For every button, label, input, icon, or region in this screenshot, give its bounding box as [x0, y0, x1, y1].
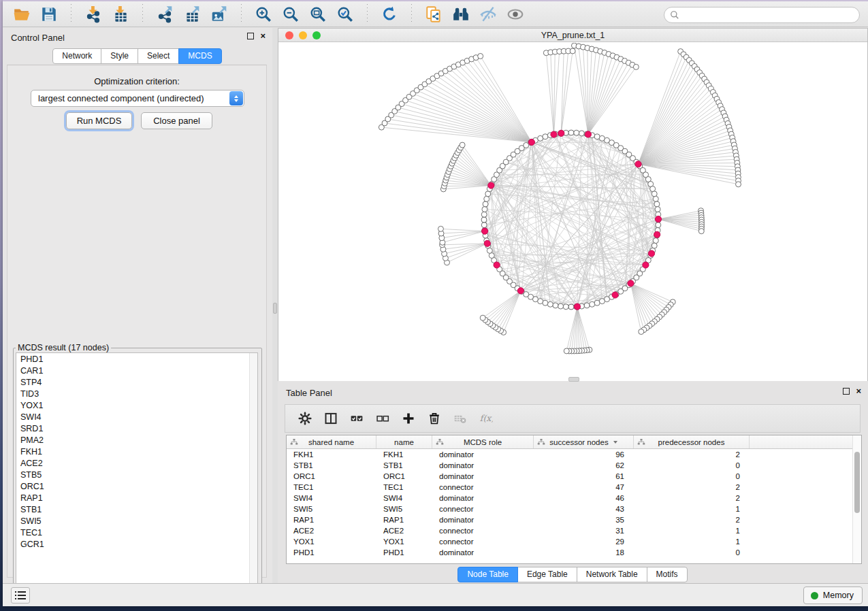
table-row-ace2[interactable]: ACE2ACE2connector311 — [287, 526, 853, 537]
run-mcds-button[interactable]: Run MCDS — [66, 112, 132, 129]
dominator-node[interactable] — [654, 231, 660, 237]
dominator-node[interactable] — [612, 292, 618, 298]
ring-node[interactable] — [543, 300, 548, 306]
float-table-panel-icon[interactable] — [843, 388, 850, 395]
dominator-node[interactable] — [558, 130, 564, 136]
open-file-button[interactable] — [8, 3, 35, 25]
ring-node[interactable] — [538, 135, 543, 141]
float-panel-icon[interactable] — [247, 33, 254, 39]
ring-node[interactable] — [485, 191, 491, 197]
table-row-tec1[interactable]: TEC1TEC1connector472 — [287, 482, 853, 493]
tab-edge-table[interactable]: Edge Table — [517, 567, 577, 582]
dominator-node[interactable] — [481, 228, 487, 234]
ring-node[interactable] — [655, 207, 660, 212]
ring-node[interactable] — [579, 131, 584, 136]
tab-network-table[interactable]: Network Table — [577, 567, 647, 582]
ring-node[interactable] — [654, 201, 660, 207]
leaf-node[interactable] — [438, 226, 443, 231]
column-header-successor-nodes[interactable]: successor nodes — [534, 435, 634, 448]
zoom-out-button[interactable] — [277, 3, 304, 25]
ring-node[interactable] — [574, 130, 579, 135]
select-all-button[interactable] — [344, 408, 370, 429]
mcds-result-item[interactable]: ORC1 — [16, 480, 257, 492]
ring-node[interactable] — [487, 248, 492, 253]
horizontal-splitter-handle[interactable] — [568, 377, 579, 382]
network-canvas[interactable] — [278, 43, 867, 381]
dominator-node[interactable] — [585, 131, 591, 137]
ring-node[interactable] — [653, 238, 658, 244]
ring-node[interactable] — [652, 243, 657, 248]
column-header-mcds-role[interactable]: MCDS role — [432, 435, 534, 448]
table-row-swi4[interactable]: SWI4SWI4dominator462 — [287, 493, 853, 504]
ring-node[interactable] — [553, 303, 558, 308]
mcds-result-item[interactable]: YOX1 — [16, 399, 257, 411]
mcds-result-item[interactable]: ACE2 — [16, 457, 257, 469]
table-row-orc1[interactable]: ORC1ORC1dominator610 — [287, 472, 853, 482]
mcds-result-item[interactable]: TID3 — [16, 388, 257, 399]
splitter-handle[interactable] — [273, 303, 277, 314]
dominator-node[interactable] — [484, 240, 490, 246]
search-network-button[interactable] — [447, 3, 475, 25]
refresh-button[interactable] — [376, 3, 403, 25]
ring-node[interactable] — [547, 301, 553, 307]
gear-button[interactable] — [292, 408, 318, 429]
mcds-result-item[interactable]: CAR1 — [16, 365, 257, 376]
mcds-result-item[interactable]: TEC1 — [16, 527, 257, 538]
tab-node-table[interactable]: Node Table — [457, 567, 518, 582]
leaf-node[interactable] — [639, 329, 644, 335]
table-row-rap1[interactable]: RAP1RAP1dominator352 — [287, 515, 853, 526]
ring-node[interactable] — [543, 134, 548, 139]
save-button[interactable] — [35, 3, 63, 25]
add-button[interactable] — [396, 408, 421, 429]
ring-node[interactable] — [590, 301, 595, 307]
copy-view-button[interactable] — [420, 3, 447, 25]
tab-network[interactable]: Network — [52, 48, 101, 64]
deselect-all-button[interactable] — [370, 408, 396, 429]
network-graph[interactable] — [278, 43, 867, 381]
ring-node[interactable] — [558, 303, 564, 309]
dominator-node[interactable] — [648, 250, 654, 257]
mcds-result-item[interactable]: SWI4 — [16, 411, 257, 423]
table-row-fkh1[interactable]: FKH1FKH1dominator962 — [287, 450, 853, 461]
leaf-node[interactable] — [570, 48, 575, 54]
table-row-phd1[interactable]: PHD1PHD1dominator180 — [287, 548, 853, 559]
dominator-node[interactable] — [517, 288, 524, 294]
dominator-node[interactable] — [528, 139, 534, 145]
tab-motifs[interactable]: Motifs — [647, 567, 688, 582]
leaf-node[interactable] — [478, 53, 483, 59]
mcds-result-item[interactable]: PHD1 — [16, 353, 257, 365]
ring-node[interactable] — [653, 196, 658, 201]
tab-style[interactable]: Style — [101, 48, 138, 64]
column-header-shared-name[interactable]: shared name — [287, 435, 376, 448]
dominator-node[interactable] — [551, 131, 557, 137]
column-header-name[interactable]: name — [376, 435, 432, 448]
ring-node[interactable] — [568, 130, 574, 135]
leaf-node[interactable] — [736, 182, 741, 187]
mcds-result-item[interactable]: PMA2 — [16, 434, 257, 446]
ring-node[interactable] — [484, 196, 489, 201]
ring-node[interactable] — [563, 304, 568, 310]
zoom-fit-button[interactable] — [304, 3, 332, 25]
leaf-node[interactable] — [564, 348, 569, 354]
mcds-result-item[interactable]: STB5 — [16, 469, 257, 480]
ring-node[interactable] — [482, 207, 487, 212]
mcds-result-item[interactable]: RAP1 — [16, 492, 257, 503]
search-input[interactable] — [679, 8, 859, 22]
mcds-list-scrollbar[interactable] — [249, 353, 257, 589]
split-panel-button[interactable] — [318, 408, 344, 429]
ring-node[interactable] — [481, 222, 487, 228]
ring-node[interactable] — [481, 212, 487, 217]
export-network-button[interactable] — [151, 3, 178, 25]
show-all-button[interactable] — [502, 3, 529, 25]
export-table-button[interactable] — [178, 3, 206, 25]
leaf-node[interactable] — [460, 142, 465, 148]
mcds-result-item[interactable]: GCR1 — [16, 538, 257, 550]
ring-node[interactable] — [650, 186, 656, 192]
dominator-node[interactable] — [488, 182, 494, 188]
ring-node[interactable] — [594, 300, 600, 306]
tab-mcds[interactable]: MCDS — [178, 48, 221, 64]
export-image-button[interactable] — [206, 3, 233, 25]
zoom-in-button[interactable] — [250, 3, 277, 25]
dominator-node[interactable] — [574, 303, 580, 310]
close-table-panel-icon[interactable]: × — [856, 388, 861, 395]
